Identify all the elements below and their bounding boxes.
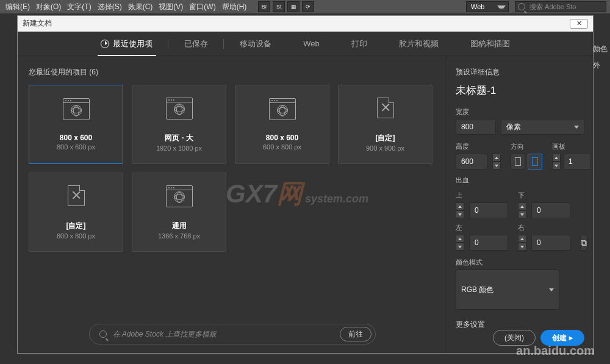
more-settings-link[interactable]: 更多设置 <box>456 319 584 330</box>
stock-search-row: 在 Adobe Stock 上查找更多模板 前往 <box>29 316 436 346</box>
tab-mobile[interactable]: 移动设备 <box>224 32 287 56</box>
bleed-top-input[interactable]: 0 <box>469 202 508 218</box>
bleed-top-label: 上 <box>456 191 508 200</box>
search-icon <box>99 330 107 338</box>
bleed-left-input[interactable]: 0 <box>469 235 508 251</box>
orientation-landscape[interactable] <box>528 154 542 170</box>
preset-name: 800 x 600 <box>266 134 298 142</box>
width-label: 宽度 <box>456 107 584 116</box>
arrange-icon[interactable]: ▦ <box>287 1 300 12</box>
preset-name: 800 x 600 <box>60 134 92 142</box>
menu-effect[interactable]: 效果(C) <box>126 2 155 12</box>
tab-print[interactable]: 打印 <box>336 32 383 56</box>
menu-help[interactable]: 帮助(H) <box>220 2 249 12</box>
preset-dims: 800 x 600 px <box>57 143 95 151</box>
stock-search-placeholder: 在 Adobe Stock 上查找更多模板 <box>113 329 217 340</box>
custom-icon <box>63 185 90 207</box>
menu-view[interactable]: 视图(V) <box>157 2 185 12</box>
chevron-down-icon <box>549 288 554 291</box>
preset-detail-panel: 预设详细信息 未标题-1 宽度 800 像素 高度 600 <box>447 56 593 353</box>
preset-custom-800[interactable]: [自定] 800 x 800 px <box>29 173 123 252</box>
dialog-titlebar: 新建文档 ✕ <box>18 16 593 32</box>
preset-name: 通用 <box>172 221 187 231</box>
bleed-bottom-stepper[interactable] <box>518 202 526 218</box>
bleed-bottom-input[interactable]: 0 <box>531 202 570 218</box>
preset-web-large[interactable]: 网页 - 大 1920 x 1080 px <box>132 85 226 164</box>
preset-name: [自定] <box>376 133 395 143</box>
preset-name: [自定] <box>66 221 86 231</box>
workspace-dropdown[interactable]: Web <box>466 1 509 12</box>
search-icon <box>518 3 525 10</box>
bridge-icon[interactable]: Br <box>258 1 270 12</box>
preset-area: 您最近使用的项目 (6) 800 x 600 800 x 600 px 网页 -… <box>18 56 447 353</box>
sync-icon[interactable]: ⟳ <box>302 1 314 12</box>
bleed-right-input[interactable]: 0 <box>531 235 570 251</box>
preset-custom-900[interactable]: [自定] 900 x 900 px <box>338 85 432 164</box>
orientation-portrait[interactable] <box>511 154 525 170</box>
width-input[interactable]: 800 <box>456 119 496 135</box>
artboards-stepper[interactable] <box>552 154 561 170</box>
menu-window[interactable]: 窗口(W) <box>187 2 217 12</box>
go-button[interactable]: 前往 <box>340 327 371 341</box>
tab-saved[interactable]: 已保存 <box>168 32 224 56</box>
dialog-title: 新建文档 <box>23 18 52 29</box>
bleed-right-label: 右 <box>518 223 570 232</box>
bleed-bottom-label: 下 <box>518 191 570 200</box>
menu-text[interactable]: 文字(T) <box>65 2 93 12</box>
clock-icon <box>101 40 109 48</box>
close-button[interactable]: ( 关闭 ) <box>493 330 536 346</box>
globe-icon <box>63 98 90 120</box>
height-stepper[interactable] <box>492 154 501 170</box>
bleed-left-label: 左 <box>456 223 508 232</box>
menu-object[interactable]: 对象(O) <box>34 2 63 12</box>
create-button[interactable]: 创建 <box>540 330 584 346</box>
app-menubar: 编辑(E) 对象(O) 文字(T) 选择(S) 效果(C) 视图(V) 窗口(W… <box>0 0 610 13</box>
tab-art[interactable]: 图稿和插图 <box>454 32 526 56</box>
artboards-label: 画板 <box>552 142 591 151</box>
globe-icon <box>166 185 193 207</box>
bleed-top-stepper[interactable] <box>456 202 464 218</box>
preset-800x600[interactable]: 800 x 600 800 x 600 px <box>29 85 123 164</box>
bleed-left-stepper[interactable] <box>456 235 464 251</box>
preset-dims: 900 x 900 px <box>366 145 404 152</box>
preset-grid: 800 x 600 800 x 600 px 网页 - 大 1920 x 108… <box>29 85 436 252</box>
preset-dims: 600 x 800 px <box>263 143 301 151</box>
globe-icon <box>166 98 193 120</box>
panel-color[interactable]: 颜色 <box>593 44 608 54</box>
stock-icon[interactable]: St <box>273 1 285 12</box>
dialog-close-button[interactable]: ✕ <box>570 19 588 29</box>
document-name[interactable]: 未标题-1 <box>456 84 584 98</box>
unit-dropdown[interactable]: 像素 <box>501 119 584 135</box>
artboards-input[interactable]: 1 <box>563 154 591 170</box>
color-mode-dropdown[interactable]: RGB 颜色 <box>456 269 559 310</box>
new-document-dialog: 新建文档 ✕ 最近使用项 已保存 移动设备 Web 打印 胶片和视频 图稿和插图… <box>17 15 594 354</box>
height-input[interactable]: 600 <box>456 154 487 170</box>
tab-film[interactable]: 胶片和视频 <box>383 32 454 56</box>
tab-web[interactable]: Web <box>287 32 336 56</box>
menu-select[interactable]: 选择(S) <box>96 2 124 12</box>
panel-extra[interactable]: 外 <box>593 60 608 71</box>
link-icon: ⧉ <box>581 238 587 248</box>
tab-recent[interactable]: 最近使用项 <box>85 32 168 56</box>
custom-icon <box>372 98 399 120</box>
adobe-stock-search[interactable]: 搜索 Adobe Sto <box>515 1 606 12</box>
recent-projects-label: 您最近使用的项目 (6) <box>29 67 436 77</box>
chevron-down-icon <box>574 126 579 129</box>
preset-common[interactable]: 通用 1366 x 768 px <box>132 173 226 252</box>
preset-dims: 800 x 800 px <box>57 232 95 240</box>
category-tabs: 最近使用项 已保存 移动设备 Web 打印 胶片和视频 图稿和插图 <box>18 32 593 56</box>
link-bleed-button[interactable]: ⧉ <box>580 235 587 251</box>
color-mode-label: 颜色模式 <box>456 258 584 267</box>
menu-edit[interactable]: 编辑(E) <box>4 2 32 12</box>
globe-icon <box>269 98 296 120</box>
orientation-label: 方向 <box>511 142 542 151</box>
detail-header: 预设详细信息 <box>456 67 584 77</box>
preset-600x800[interactable]: 800 x 600 600 x 800 px <box>235 85 329 164</box>
preset-dims: 1366 x 768 px <box>158 232 200 240</box>
bleed-right-stepper[interactable] <box>518 235 526 251</box>
stock-search-input[interactable]: 在 Adobe Stock 上查找更多模板 前往 <box>89 324 376 344</box>
bleed-label: 出血 <box>456 176 584 185</box>
preset-name: 网页 - 大 <box>165 133 193 143</box>
preset-dims: 1920 x 1080 px <box>156 145 202 152</box>
height-label: 高度 <box>456 142 501 151</box>
